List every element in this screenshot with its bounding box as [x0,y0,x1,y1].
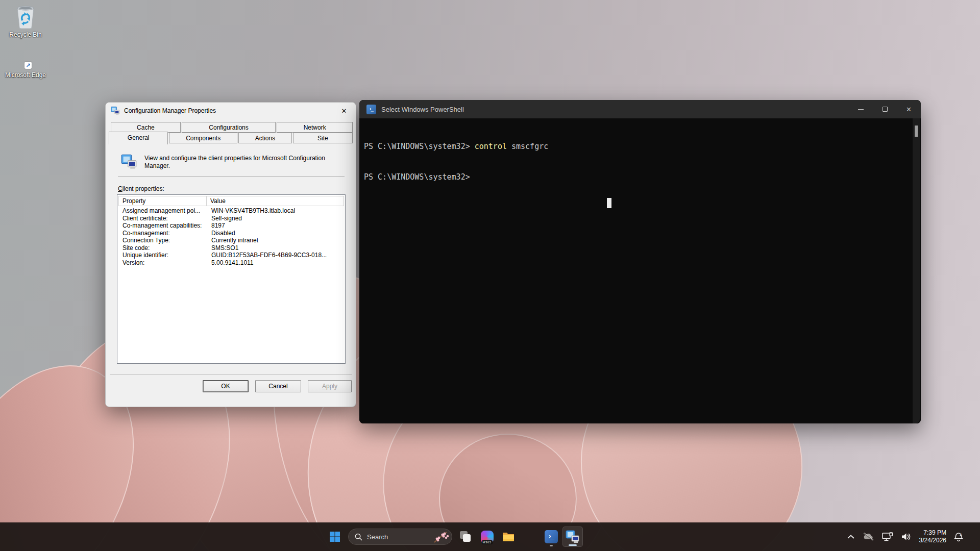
volume-button[interactable] [899,527,914,547]
value-cell: SMS:SO1 [207,244,344,252]
client-properties-label: Client properties: [118,185,356,192]
windows-start-icon [329,531,340,542]
tab-cache[interactable]: Cache [111,122,181,133]
running-indicator [550,545,553,546]
table-row[interactable]: Connection Type: Currently intranet [118,237,344,244]
m365-copilot-icon: M365 [481,531,494,543]
edge-button[interactable] [520,527,540,547]
tab-general[interactable]: General [109,132,168,144]
onedrive-status-button[interactable] [860,527,876,547]
value-cell: WIN-VKSV4TB9TH3.itlab.local [207,207,344,215]
m365-badge: M365 [482,540,493,544]
minimize-button[interactable] [849,100,873,118]
column-header-property[interactable]: Property [119,196,207,206]
prompt-text: PS C:\WINDOWS\system32> [364,172,470,182]
tab-configurations[interactable]: Configurations [182,122,276,133]
value-cell: GUID:B12F53AB-FDF6-4B69-9CC3-018... [207,252,344,259]
configuration-manager-icon [566,530,580,544]
svg-text:z: z [960,532,962,536]
separator [118,176,345,177]
configuration-manager-taskbar-button[interactable] [562,527,583,547]
prompt-text: PS C:\WINDOWS\system32> [364,142,475,151]
table-row[interactable]: Co-management capabilities: 8197 [118,222,344,230]
dialog-tab-strip: Cache Configurations Network General Com… [109,122,353,145]
tab-site[interactable]: Site [293,133,353,143]
powershell-icon: ›_ [545,530,558,543]
notification-center-button[interactable]: z [951,527,966,547]
powershell-titlebar[interactable]: ›_ Select Windows PowerShell ✕ [359,100,921,118]
scrollbar-thumb[interactable] [915,126,918,137]
desktop-icon-label: Recycle Bin [2,31,49,38]
property-cell: Co-management capabilities: [118,222,207,230]
desktop-screen: Recycle Bin ↗ Microsoft Edge Configurati… [0,0,980,551]
speaker-icon [901,533,912,541]
dialog-titlebar[interactable]: Configuration Manager Properties ✕ [106,103,356,119]
clock[interactable]: 7:39 PM 3/24/2026 [917,529,948,544]
column-header-value[interactable]: Value [207,196,344,206]
onedrive-paused-icon [863,533,874,541]
table-row[interactable]: Unique identifier: GUID:B12F53AB-FDF6-4B… [118,252,344,259]
close-button[interactable]: ✕ [897,100,921,118]
table-row[interactable]: Client certificate: Self-signed [118,215,344,222]
table-row[interactable]: Co-management: Disabled [118,230,344,237]
desktop-icon-label: Microsoft Edge [2,71,49,79]
property-cell: Unique identifier: [118,252,207,259]
desktop-icon-recycle-bin[interactable]: Recycle Bin [2,3,49,38]
desktop-icon-area: Recycle Bin ↗ Microsoft Edge [2,3,49,94]
taskbar: Search [0,522,980,551]
powershell-window: ›_ Select Windows PowerShell ✕ PS C:\WIN… [359,100,921,423]
separator [110,374,352,375]
do-not-disturb-bell-icon: z [954,532,963,542]
dialog-description-row: View and configure the client properties… [121,154,347,170]
table-row[interactable]: Version: 5.00.9141.1011 [118,259,344,267]
value-cell: Self-signed [207,215,344,222]
list-header: Property Value [118,196,344,206]
value-cell: Disabled [207,230,344,237]
powershell-taskbar-button[interactable]: ›_ [541,527,561,547]
powershell-console[interactable]: PS C:\WINDOWS\system32> control smscfgrc… [359,118,921,423]
ok-button[interactable]: OK [203,380,249,392]
task-view-button[interactable] [455,527,476,547]
network-button[interactable] [879,527,896,547]
cancel-button[interactable]: Cancel [255,380,301,392]
apply-button[interactable]: Apply [308,380,352,392]
tab-actions[interactable]: Actions [238,133,292,143]
ethernet-network-icon [882,532,893,541]
table-row[interactable]: Assigned management poi... WIN-VKSV4TB9T… [118,207,344,215]
active-window-indicator [569,544,577,546]
client-properties-list[interactable]: Property Value Assigned management poi..… [117,194,346,364]
tab-components[interactable]: Components [169,133,237,143]
file-explorer-icon [502,530,515,543]
search-box[interactable]: Search [348,529,452,545]
minimize-icon [858,109,864,110]
maximize-button[interactable] [873,100,897,118]
tray-date: 3/24/2026 [919,537,946,544]
m365-copilot-button[interactable]: M365 [477,527,497,547]
dialog-description: View and configure the client properties… [144,154,334,170]
property-cell: Site code: [118,244,207,252]
start-button[interactable] [325,527,345,547]
dialog-close-button[interactable]: ✕ [336,105,352,117]
search-highlight-flower-icon [432,530,449,543]
task-view-icon [455,527,476,547]
property-cell: Assigned management poi... [118,207,207,215]
tray-time: 7:39 PM [919,529,946,537]
console-cursor [607,198,611,208]
maximize-icon [883,107,888,112]
configuration-manager-icon [111,106,120,115]
recycle-bin-icon [13,3,38,30]
console-line: PS C:\WINDOWS\system32> [364,172,921,182]
dialog-title: Configuration Manager Properties [124,107,216,114]
tab-network[interactable]: Network [277,122,353,133]
file-explorer-button[interactable] [498,527,519,547]
command-text: control [475,142,507,151]
value-cell: 8197 [207,222,344,230]
property-cell: Co-management: [118,230,207,237]
value-cell: Currently intranet [207,237,344,244]
property-cell: Client certificate: [118,215,207,222]
desktop-icon-microsoft-edge[interactable]: ↗ Microsoft Edge [2,61,49,79]
table-row[interactable]: Site code: SMS:SO1 [118,244,344,252]
command-args: smscfgrc [507,142,548,151]
tray-overflow-button[interactable] [845,527,857,547]
console-scrollbar[interactable] [913,118,920,423]
